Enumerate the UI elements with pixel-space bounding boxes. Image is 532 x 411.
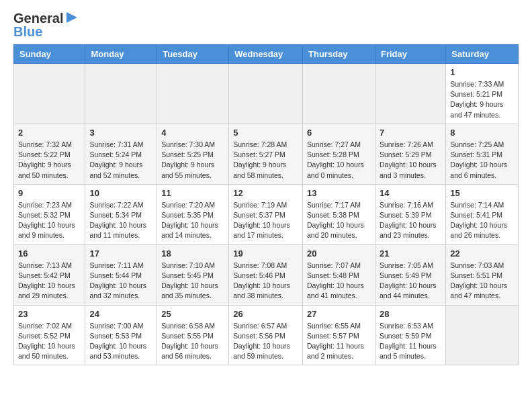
calendar-day: 20Sunrise: 7:07 AM Sunset: 5:48 PM Dayli…: [303, 244, 375, 305]
logo-general: General: [13, 11, 63, 26]
calendar-day: 8Sunrise: 7:25 AM Sunset: 5:31 PM Daylig…: [446, 124, 519, 184]
calendar-day: 15Sunrise: 7:14 AM Sunset: 5:41 PM Dayli…: [446, 184, 519, 244]
day-info: Sunrise: 7:03 AM Sunset: 5:51 PM Dayligh…: [450, 261, 514, 302]
calendar-day: [375, 64, 445, 124]
day-number: 19: [233, 248, 298, 259]
page-header: General Blue: [13, 11, 519, 39]
weekday-header-tuesday: Tuesday: [157, 45, 229, 64]
day-number: 26: [233, 309, 298, 319]
calendar-day: [446, 305, 519, 365]
weekday-header-friday: Friday: [375, 45, 445, 64]
calendar-day: 24Sunrise: 7:00 AM Sunset: 5:53 PM Dayli…: [85, 305, 157, 365]
day-info: Sunrise: 7:08 AM Sunset: 5:46 PM Dayligh…: [233, 261, 298, 302]
calendar-day: [157, 64, 229, 124]
day-info: Sunrise: 7:30 AM Sunset: 5:25 PM Dayligh…: [161, 140, 224, 181]
calendar-day: 25Sunrise: 6:58 AM Sunset: 5:55 PM Dayli…: [157, 305, 229, 365]
day-number: 9: [18, 188, 81, 198]
day-number: 22: [450, 248, 514, 259]
calendar-day: 27Sunrise: 6:55 AM Sunset: 5:57 PM Dayli…: [303, 305, 375, 365]
calendar-day: [303, 64, 375, 124]
calendar-day: 9Sunrise: 7:23 AM Sunset: 5:32 PM Daylig…: [14, 184, 85, 244]
calendar-day: 23Sunrise: 7:02 AM Sunset: 5:52 PM Dayli…: [14, 305, 85, 365]
day-number: 18: [161, 248, 224, 259]
calendar-day: 6Sunrise: 7:27 AM Sunset: 5:28 PM Daylig…: [303, 124, 375, 184]
calendar-day: 12Sunrise: 7:19 AM Sunset: 5:37 PM Dayli…: [229, 184, 303, 244]
calendar-day: 13Sunrise: 7:17 AM Sunset: 5:38 PM Dayli…: [303, 184, 375, 244]
calendar-header-row: SundayMondayTuesdayWednesdayThursdayFrid…: [14, 45, 519, 64]
calendar-week-4: 16Sunrise: 7:13 AM Sunset: 5:42 PM Dayli…: [14, 244, 519, 305]
weekday-header-monday: Monday: [85, 45, 157, 64]
day-number: 10: [89, 188, 152, 198]
calendar-week-3: 9Sunrise: 7:23 AM Sunset: 5:32 PM Daylig…: [14, 184, 519, 244]
calendar-day: 18Sunrise: 7:10 AM Sunset: 5:45 PM Dayli…: [157, 244, 229, 305]
calendar-day: 21Sunrise: 7:05 AM Sunset: 5:49 PM Dayli…: [375, 244, 445, 305]
day-number: 2: [18, 128, 81, 138]
day-info: Sunrise: 7:27 AM Sunset: 5:28 PM Dayligh…: [307, 140, 371, 181]
svg-marker-0: [66, 12, 77, 23]
calendar-week-5: 23Sunrise: 7:02 AM Sunset: 5:52 PM Dayli…: [14, 305, 519, 365]
calendar-day: [14, 64, 85, 124]
calendar-day: 10Sunrise: 7:22 AM Sunset: 5:34 PM Dayli…: [85, 184, 157, 244]
day-info: Sunrise: 7:31 AM Sunset: 5:24 PM Dayligh…: [89, 140, 152, 181]
day-number: 27: [307, 309, 371, 319]
day-number: 6: [307, 128, 371, 138]
calendar-day: 1Sunrise: 7:33 AM Sunset: 5:21 PM Daylig…: [446, 64, 519, 124]
day-info: Sunrise: 7:02 AM Sunset: 5:52 PM Dayligh…: [18, 321, 81, 362]
day-number: 12: [233, 188, 298, 198]
day-info: Sunrise: 7:28 AM Sunset: 5:27 PM Dayligh…: [233, 140, 298, 181]
day-number: 14: [380, 188, 441, 198]
day-number: 1: [450, 67, 514, 77]
day-number: 24: [89, 309, 152, 319]
day-info: Sunrise: 7:22 AM Sunset: 5:34 PM Dayligh…: [89, 200, 152, 241]
day-info: Sunrise: 7:20 AM Sunset: 5:35 PM Dayligh…: [161, 200, 224, 241]
day-info: Sunrise: 7:05 AM Sunset: 5:49 PM Dayligh…: [380, 261, 441, 302]
calendar-day: 28Sunrise: 6:53 AM Sunset: 5:59 PM Dayli…: [375, 305, 445, 365]
day-number: 8: [450, 128, 514, 138]
day-info: Sunrise: 7:00 AM Sunset: 5:53 PM Dayligh…: [89, 321, 152, 362]
calendar-day: 22Sunrise: 7:03 AM Sunset: 5:51 PM Dayli…: [446, 244, 519, 305]
weekday-header-thursday: Thursday: [303, 45, 375, 64]
calendar-day: 2Sunrise: 7:32 AM Sunset: 5:22 PM Daylig…: [14, 124, 85, 184]
calendar-day: 19Sunrise: 7:08 AM Sunset: 5:46 PM Dayli…: [229, 244, 303, 305]
day-number: 4: [161, 128, 224, 138]
day-number: 23: [18, 309, 81, 319]
day-info: Sunrise: 7:13 AM Sunset: 5:42 PM Dayligh…: [18, 261, 81, 302]
day-number: 25: [161, 309, 224, 319]
day-info: Sunrise: 7:19 AM Sunset: 5:37 PM Dayligh…: [233, 200, 298, 241]
calendar-day: 3Sunrise: 7:31 AM Sunset: 5:24 PM Daylig…: [85, 124, 157, 184]
calendar-day: 5Sunrise: 7:28 AM Sunset: 5:27 PM Daylig…: [229, 124, 303, 184]
calendar-day: 11Sunrise: 7:20 AM Sunset: 5:35 PM Dayli…: [157, 184, 229, 244]
weekday-header-wednesday: Wednesday: [229, 45, 303, 64]
day-info: Sunrise: 7:25 AM Sunset: 5:31 PM Dayligh…: [450, 140, 514, 181]
day-number: 28: [380, 309, 441, 319]
calendar-day: 14Sunrise: 7:16 AM Sunset: 5:39 PM Dayli…: [375, 184, 445, 244]
day-number: 16: [18, 248, 81, 259]
day-info: Sunrise: 7:14 AM Sunset: 5:41 PM Dayligh…: [450, 200, 514, 241]
day-number: 21: [380, 248, 441, 259]
calendar-day: 7Sunrise: 7:26 AM Sunset: 5:29 PM Daylig…: [375, 124, 445, 184]
day-info: Sunrise: 7:33 AM Sunset: 5:21 PM Dayligh…: [450, 79, 514, 120]
logo-arrow-icon: [65, 11, 79, 24]
weekday-header-sunday: Sunday: [14, 45, 85, 64]
day-info: Sunrise: 6:53 AM Sunset: 5:59 PM Dayligh…: [380, 321, 441, 362]
day-info: Sunrise: 7:17 AM Sunset: 5:38 PM Dayligh…: [307, 200, 371, 241]
logo: General Blue: [13, 11, 79, 39]
day-info: Sunrise: 7:26 AM Sunset: 5:29 PM Dayligh…: [380, 140, 441, 181]
day-number: 3: [89, 128, 152, 138]
day-number: 17: [89, 248, 152, 259]
calendar-day: 17Sunrise: 7:11 AM Sunset: 5:44 PM Dayli…: [85, 244, 157, 305]
day-info: Sunrise: 7:11 AM Sunset: 5:44 PM Dayligh…: [89, 261, 152, 302]
day-info: Sunrise: 7:16 AM Sunset: 5:39 PM Dayligh…: [380, 200, 441, 241]
page-container: General Blue SundayMondayTuesdayWednesda…: [0, 0, 532, 376]
day-info: Sunrise: 7:07 AM Sunset: 5:48 PM Dayligh…: [307, 261, 371, 302]
day-number: 13: [307, 188, 371, 198]
logo-blue: Blue: [13, 24, 79, 39]
day-number: 11: [161, 188, 224, 198]
calendar-day: 4Sunrise: 7:30 AM Sunset: 5:25 PM Daylig…: [157, 124, 229, 184]
calendar-week-1: 1Sunrise: 7:33 AM Sunset: 5:21 PM Daylig…: [14, 64, 519, 124]
day-number: 5: [233, 128, 298, 138]
calendar-day: 16Sunrise: 7:13 AM Sunset: 5:42 PM Dayli…: [14, 244, 85, 305]
day-number: 7: [380, 128, 441, 138]
day-info: Sunrise: 7:23 AM Sunset: 5:32 PM Dayligh…: [18, 200, 81, 241]
calendar-day: [85, 64, 157, 124]
